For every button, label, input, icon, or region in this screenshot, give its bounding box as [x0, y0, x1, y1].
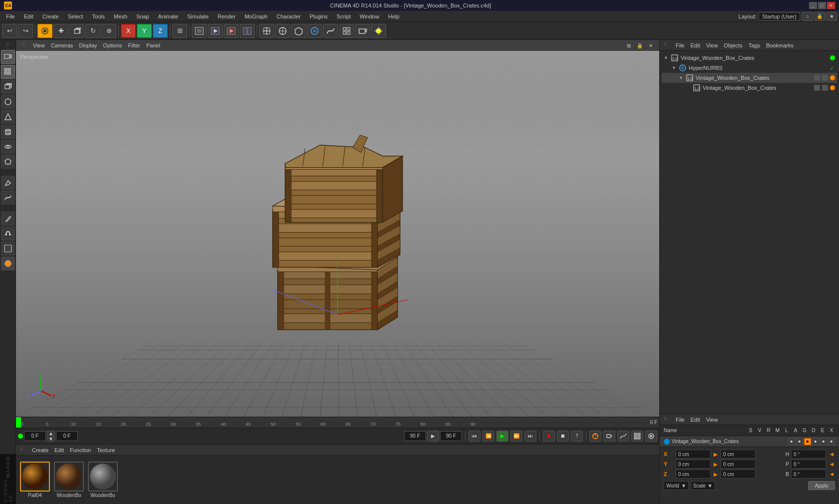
material-item-1[interactable]: Pail04: [20, 462, 50, 498]
render-btn[interactable]: [208, 24, 223, 38]
attr-x-h-val[interactable]: 0 °: [791, 450, 826, 459]
play-mode-btn[interactable]: ▶: [427, 431, 439, 442]
rotate-button[interactable]: ↻: [85, 24, 100, 38]
om-menu-file[interactable]: File: [676, 42, 685, 48]
grid-btn[interactable]: [339, 24, 354, 38]
stop-record-btn[interactable]: ⏹: [557, 431, 569, 442]
attr-icon-4[interactable]: ■: [812, 438, 819, 445]
sidebar-grid-btn[interactable]: [1, 65, 15, 79]
live-selection-button[interactable]: [37, 24, 52, 38]
tree-item-obj1[interactable]: ▼ Lo Vintage_Wooden_Box_Crates: [662, 73, 837, 83]
mat-menu-edit[interactable]: Edit: [54, 447, 64, 453]
viewport[interactable]: ⠿ View Cameras Display Options Filter Pa…: [16, 40, 659, 417]
menu-script[interactable]: Script: [333, 12, 355, 20]
snap-anim-btn[interactable]: [589, 431, 601, 442]
render-region-btn[interactable]: [192, 24, 207, 38]
attr-x-size[interactable]: 0 cm: [721, 450, 756, 459]
menu-render[interactable]: Render: [214, 12, 240, 20]
frame-value-input[interactable]: [56, 431, 78, 441]
attr-z-b-val[interactable]: 0 °: [791, 470, 826, 479]
sidebar-material-btn[interactable]: [1, 256, 15, 270]
attr-z-pos[interactable]: 0 cm: [676, 470, 711, 479]
key-btn[interactable]: [603, 431, 615, 442]
vp-menu-filter[interactable]: Filter: [128, 42, 140, 48]
play-btn[interactable]: ▶: [496, 431, 508, 442]
x-rotate-button[interactable]: X: [121, 24, 136, 38]
vp-close-icon[interactable]: ✕: [646, 41, 655, 50]
attr-x-pos[interactable]: 0 cm: [676, 450, 711, 459]
om-menu-bookmarks[interactable]: Bookmarks: [766, 42, 794, 48]
step-back-btn[interactable]: ⏪: [482, 431, 494, 442]
step-fwd-btn[interactable]: ⏩: [510, 431, 522, 442]
vp-menu-display[interactable]: Display: [79, 42, 97, 48]
curve-btn[interactable]: [617, 431, 629, 442]
material-item-3[interactable]: WoodenBo: [88, 462, 118, 498]
sidebar-cylinder-btn[interactable]: [1, 125, 15, 139]
cube-button[interactable]: [69, 24, 84, 38]
menu-character[interactable]: Character: [273, 12, 305, 20]
maximize-button[interactable]: □: [818, 2, 826, 9]
light-btn[interactable]: [371, 24, 386, 38]
frame-step-btn[interactable]: ▲▼: [47, 431, 55, 442]
material-item-2[interactable]: WoodenBo: [54, 462, 84, 498]
end-frame-input[interactable]: [404, 431, 426, 441]
sweep-btn[interactable]: [307, 24, 322, 38]
attr-z-size[interactable]: 0 cm: [721, 470, 756, 479]
record-btn[interactable]: ⏺: [543, 431, 555, 442]
home-icon[interactable]: ⌂: [802, 12, 813, 21]
auto-key-btn[interactable]: ?: [571, 431, 583, 442]
current-frame-input[interactable]: [24, 431, 46, 441]
vp-lock-icon[interactable]: 🔒: [635, 41, 644, 50]
sidebar-poly-btn[interactable]: [1, 155, 15, 169]
render-to-po-btn[interactable]: [224, 24, 239, 38]
menu-mesh[interactable]: Mesh: [110, 12, 131, 20]
vp-menu-options[interactable]: Options: [103, 42, 122, 48]
layout-value[interactable]: Startup (User): [759, 12, 800, 20]
sidebar-sphere-btn[interactable]: [1, 95, 15, 109]
om-menu-tags[interactable]: Tags: [749, 42, 760, 48]
z-rotate-button[interactable]: Z: [153, 24, 168, 38]
tree-item-root[interactable]: ▼ Lo Vintage_Wooden_Box_Crates: [662, 53, 837, 63]
attr-y-p-val[interactable]: 0 °: [791, 460, 826, 469]
attr-menu-file[interactable]: File: [676, 417, 685, 423]
sidebar-camera-btn[interactable]: [1, 50, 15, 64]
menu-help[interactable]: Help: [384, 12, 404, 20]
goto-start-btn[interactable]: ⏮: [468, 431, 480, 442]
vp-maximize-icon[interactable]: ⊞: [624, 41, 633, 50]
tree-item-hypernurbs[interactable]: ▼ HyperNURBS ✓: [662, 63, 837, 73]
scale-btn[interactable]: ⊞: [172, 24, 187, 38]
anim-render-btn[interactable]: [240, 24, 255, 38]
end-frame-2-input[interactable]: [440, 431, 462, 441]
sidebar-cube-btn[interactable]: [1, 80, 15, 94]
undo-button[interactable]: ↩: [2, 24, 17, 38]
attr-icon-3[interactable]: ■: [804, 438, 811, 445]
attr-menu-view[interactable]: View: [706, 417, 718, 423]
sidebar-knif-btn[interactable]: [1, 212, 15, 226]
sidebar-torus-btn[interactable]: [1, 140, 15, 154]
redo-button[interactable]: ↪: [18, 24, 33, 38]
playback-end-btn[interactable]: [645, 431, 657, 442]
menu-plugins[interactable]: Plugins: [306, 12, 332, 20]
world-dropdown[interactable]: World ▼: [664, 481, 689, 490]
om-menu-view[interactable]: View: [706, 42, 718, 48]
attr-icon-2[interactable]: ■: [796, 438, 803, 445]
y-rotate-button[interactable]: Y: [137, 24, 152, 38]
vp-menu-view[interactable]: View: [33, 42, 45, 48]
timeline-ruler[interactable]: 0 5 10 15 20 25 30 35 40 45 50 55 60 65 …: [16, 417, 659, 428]
motion-btn[interactable]: [631, 431, 643, 442]
menu-tools[interactable]: Tools: [88, 12, 109, 20]
attr-y-size[interactable]: 0 cm: [721, 460, 756, 469]
om-menu-edit[interactable]: Edit: [691, 42, 700, 48]
attr-icon-5[interactable]: ■: [820, 438, 827, 445]
menu-file[interactable]: File: [2, 12, 19, 20]
menu-window[interactable]: Window: [356, 12, 383, 20]
menu-simulate[interactable]: Simulate: [183, 12, 213, 20]
move-tool-btn[interactable]: [259, 24, 274, 38]
camera-btn[interactable]: [355, 24, 370, 38]
sidebar-magnet-btn[interactable]: [1, 227, 15, 241]
mat-menu-texture[interactable]: Texture: [97, 447, 115, 453]
menu-create[interactable]: Create: [38, 12, 63, 20]
spline-btn[interactable]: [323, 24, 338, 38]
bookmark-icon[interactable]: ★: [826, 12, 837, 21]
close-button[interactable]: ✕: [827, 2, 835, 9]
